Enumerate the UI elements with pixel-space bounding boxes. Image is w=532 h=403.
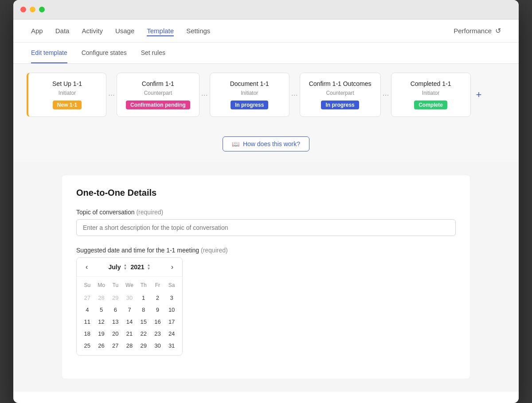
topic-required: (required) (136, 209, 163, 216)
add-step-button[interactable]: + (471, 89, 487, 101)
close-button[interactable] (20, 7, 26, 12)
calendar-day[interactable]: 28 (94, 292, 109, 304)
nav-item-data[interactable]: Data (55, 25, 70, 36)
calendar-day[interactable]: 6 (108, 304, 122, 316)
calendar-day[interactable]: 25 (80, 340, 94, 352)
calendar-next-button[interactable]: › (168, 262, 176, 272)
year-label: 2021 (130, 264, 144, 271)
sub-nav-set-rules[interactable]: Set rules (141, 43, 165, 63)
step-badge-confirm-outcomes: In progress (321, 101, 359, 109)
step-title-confirm-outcomes: Confirm 1-1 Outcomes (309, 80, 372, 87)
nav-item-usage[interactable]: Usage (115, 25, 134, 36)
calendar-day[interactable]: 3 (164, 292, 179, 304)
calendar-day[interactable]: 12 (94, 316, 109, 328)
calendar-day[interactable]: 15 (137, 316, 151, 328)
calendar-weekdays: Su Mo Tu We Th Fr Sa (80, 280, 179, 290)
calendar-day[interactable]: 10 (164, 304, 179, 316)
topic-input[interactable] (76, 219, 456, 236)
step-badge-confirm: Confirmation pending (126, 101, 190, 109)
calendar-day[interactable]: 11 (80, 316, 94, 328)
calendar-day[interactable]: 17 (164, 316, 179, 328)
performance-label: Performance (454, 27, 492, 35)
nav-item-settings[interactable]: Settings (186, 25, 210, 36)
calendar-day[interactable]: 30 (122, 292, 137, 304)
top-nav: App Data Activity Usage Template Setting… (13, 19, 519, 43)
weekday-su: Su (80, 280, 94, 290)
refresh-icon[interactable]: ↺ (495, 27, 501, 35)
calendar-header: ‹ July ▲▼ 2021 ▲▼ (77, 258, 182, 277)
step-separator-3: ··· (289, 90, 300, 100)
calendar-day[interactable]: 22 (137, 328, 151, 340)
step-role-confirm: Counterpart (144, 90, 172, 96)
nav-item-template[interactable]: Template (147, 25, 174, 36)
weekday-fr: Fr (151, 280, 165, 290)
step-role-document: Initiator (241, 90, 258, 96)
calendar-grid: Su Mo Tu We Th Fr Sa 2728293012345678910… (77, 277, 182, 355)
year-selector[interactable]: 2021 ▲▼ (130, 264, 150, 271)
step-role-setup: Initiator (59, 90, 76, 96)
month-selector[interactable]: July ▲▼ (108, 264, 127, 271)
calendar-day[interactable]: 29 (108, 292, 122, 304)
calendar-day[interactable]: 31 (164, 340, 179, 352)
calendar: ‹ July ▲▼ 2021 ▲▼ (76, 257, 183, 356)
calendar-day[interactable]: 4 (80, 304, 94, 316)
calendar-day[interactable]: 2 (151, 292, 165, 304)
workflow-step-completed[interactable]: Completed 1-1 Initiator Complete (391, 73, 471, 117)
calendar-day[interactable]: 21 (122, 328, 137, 340)
calendar-day[interactable]: 27 (80, 292, 94, 304)
workflow-area: Set Up 1-1 Initiator New 1-1 ··· Confirm… (13, 64, 519, 126)
titlebar (13, 0, 519, 19)
calendar-day[interactable]: 8 (137, 304, 151, 316)
calendar-prev-button[interactable]: ‹ (83, 262, 90, 272)
maximize-button[interactable] (39, 7, 45, 12)
nav-item-activity[interactable]: Activity (82, 25, 103, 36)
calendar-day[interactable]: 16 (151, 316, 165, 328)
performance-area[interactable]: Performance ↺ (454, 27, 501, 35)
calendar-day[interactable]: 19 (94, 328, 109, 340)
calendar-day[interactable]: 27 (108, 340, 122, 352)
calendar-day[interactable]: 9 (151, 304, 165, 316)
traffic-lights (20, 7, 45, 12)
calendar-day[interactable]: 24 (164, 328, 179, 340)
weekday-we: We (122, 280, 137, 290)
weekday-mo: Mo (94, 280, 109, 290)
date-required: (required) (201, 247, 228, 254)
calendar-day[interactable]: 13 (108, 316, 122, 328)
step-title-setup: Set Up 1-1 (52, 80, 82, 87)
calendar-day[interactable]: 23 (151, 328, 165, 340)
calendar-day[interactable]: 14 (122, 316, 137, 328)
step-separator-2: ··· (200, 90, 210, 100)
date-label: Suggested date and time for the 1-1 meet… (76, 247, 456, 254)
weekday-tu: Tu (108, 280, 122, 290)
step-title-confirm: Confirm 1-1 (142, 80, 174, 87)
nav-item-app[interactable]: App (31, 25, 43, 36)
minimize-button[interactable] (30, 7, 35, 12)
workflow-step-setup[interactable]: Set Up 1-1 Initiator New 1-1 (27, 73, 106, 117)
calendar-day[interactable]: 30 (151, 340, 165, 352)
how-it-works-button[interactable]: 📖 How does this work? (223, 136, 309, 151)
main-content: App Data Activity Usage Template Setting… (13, 19, 519, 403)
sub-nav-edit-template[interactable]: Edit template (31, 43, 67, 63)
form-card: One-to-One Details Topic of conversation… (62, 175, 470, 379)
calendar-day[interactable]: 28 (122, 340, 137, 352)
calendar-day[interactable]: 18 (80, 328, 94, 340)
calendar-day[interactable]: 20 (108, 328, 122, 340)
year-spinner: ▲▼ (147, 264, 151, 271)
calendar-day[interactable]: 29 (137, 340, 151, 352)
calendar-day[interactable]: 26 (94, 340, 109, 352)
workflow-step-confirm-outcomes[interactable]: Confirm 1-1 Outcomes Counterpart In prog… (300, 73, 381, 117)
calendar-day[interactable]: 1 (137, 292, 151, 304)
topic-field: Topic of conversation (required) (76, 209, 456, 236)
form-area: One-to-One Details Topic of conversation… (13, 162, 519, 392)
step-title-document: Document 1-1 (230, 80, 269, 87)
app-window: App Data Activity Usage Template Setting… (13, 0, 519, 403)
step-title-completed: Completed 1-1 (411, 80, 451, 87)
top-nav-items: App Data Activity Usage Template Setting… (31, 25, 210, 36)
workflow-step-document[interactable]: Document 1-1 Initiator In progress (210, 73, 289, 117)
calendar-day[interactable]: 5 (94, 304, 109, 316)
step-role-confirm-outcomes: Counterpart (326, 90, 354, 96)
book-icon: 📖 (232, 140, 239, 147)
workflow-step-confirm[interactable]: Confirm 1-1 Counterpart Confirmation pen… (117, 73, 200, 117)
sub-nav-configure-states[interactable]: Configure states (82, 43, 127, 63)
calendar-day[interactable]: 7 (122, 304, 137, 316)
